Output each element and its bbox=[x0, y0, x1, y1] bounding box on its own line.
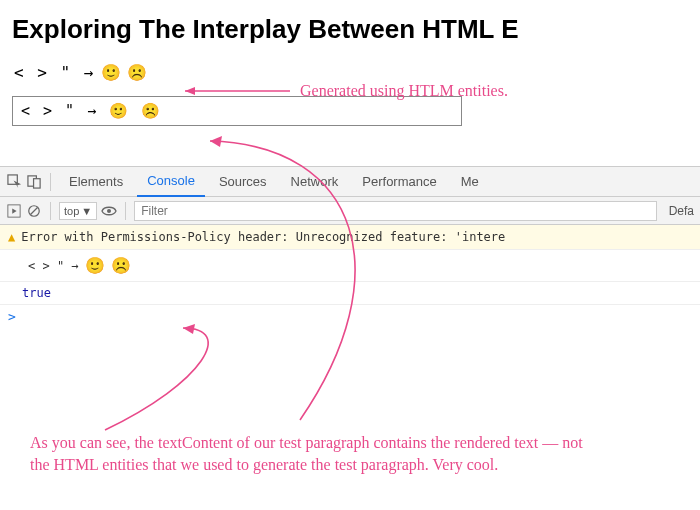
warning-icon: ▲ bbox=[8, 230, 15, 244]
context-label: top bbox=[64, 205, 79, 217]
console-toolbar: top ▼ Defa bbox=[0, 197, 700, 225]
tab-elements[interactable]: Elements bbox=[59, 167, 133, 197]
emoji-frown: ☹️ bbox=[127, 63, 147, 82]
emoji-frown: ☹️ bbox=[111, 256, 131, 275]
annotation-bottom: As you can see, the textContent of our t… bbox=[30, 432, 590, 475]
entity-chars: < > " → bbox=[14, 63, 95, 82]
devtools-panel: Elements Console Sources Network Perform… bbox=[0, 166, 700, 328]
svg-point-10 bbox=[107, 209, 111, 213]
device-toggle-icon[interactable] bbox=[26, 174, 42, 190]
tab-console[interactable]: Console bbox=[137, 167, 205, 197]
chevron-down-icon: ▼ bbox=[81, 205, 92, 217]
log-levels[interactable]: Defa bbox=[661, 204, 694, 218]
arrow-console-icon bbox=[175, 322, 295, 437]
eye-icon[interactable] bbox=[101, 203, 117, 219]
filter-input[interactable] bbox=[134, 201, 656, 221]
svg-rect-5 bbox=[33, 179, 40, 188]
tab-sources[interactable]: Sources bbox=[209, 167, 277, 197]
emoji-neutral: 🙂 bbox=[85, 256, 105, 275]
clear-console-icon[interactable] bbox=[26, 203, 42, 219]
console-log-row: < > " → 🙂 ☹️ bbox=[0, 250, 700, 282]
console-warning-row: ▲ Error with Permissions-Policy header: … bbox=[0, 225, 700, 250]
tab-performance[interactable]: Performance bbox=[352, 167, 446, 197]
tab-network[interactable]: Network bbox=[281, 167, 349, 197]
devtools-tab-bar: Elements Console Sources Network Perform… bbox=[0, 167, 700, 197]
separator bbox=[125, 202, 126, 220]
svg-marker-7 bbox=[12, 208, 16, 213]
separator bbox=[50, 202, 51, 220]
emoji-neutral: 🙂 bbox=[101, 63, 121, 82]
page-title: Exploring The Interplay Between HTML E bbox=[12, 14, 688, 45]
separator bbox=[50, 173, 51, 191]
console-true-row: true bbox=[0, 282, 700, 305]
tab-memory[interactable]: Me bbox=[451, 167, 489, 197]
svg-line-9 bbox=[31, 207, 38, 214]
svg-marker-1 bbox=[210, 136, 222, 147]
play-icon[interactable] bbox=[6, 203, 22, 219]
warning-text: Error with Permissions-Policy header: Un… bbox=[21, 230, 505, 244]
console-prompt[interactable]: > bbox=[0, 305, 700, 328]
inspect-icon[interactable] bbox=[6, 174, 22, 190]
log-chars: < > " → bbox=[28, 259, 79, 273]
annotation-top: Generated using HTLM entities. bbox=[300, 80, 508, 102]
context-selector[interactable]: top ▼ bbox=[59, 202, 97, 220]
